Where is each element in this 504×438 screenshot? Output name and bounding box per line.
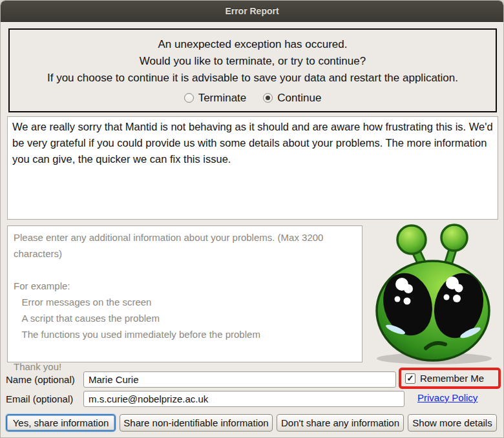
sad-alien-mascot-image [368, 219, 501, 366]
radio-continue-icon[interactable] [263, 93, 273, 103]
remember-me-highlight[interactable]: ✓ Remember Me [399, 368, 501, 389]
dialog-button-row: Yes, share information Share non-identif… [6, 414, 499, 432]
name-field-label: Name (optional) [6, 371, 75, 388]
window-titlebar[interactable]: Error Report [1, 1, 503, 22]
mascot-antenna-right [441, 225, 467, 251]
name-input[interactable] [83, 371, 396, 388]
exception-line-3: If you choose to continue it is advisabl… [47, 70, 458, 87]
radio-terminate[interactable]: Terminate [184, 90, 247, 107]
radio-terminate-icon[interactable] [184, 93, 194, 103]
radio-continue[interactable]: Continue [263, 90, 321, 107]
additional-info-textarea[interactable]: Please enter any additional information … [7, 225, 362, 362]
apology-message-text[interactable]: We are really sorry that Mantid is not b… [7, 116, 498, 220]
share-non-identifiable-button[interactable]: Share non-identifiable information [120, 414, 273, 432]
mascot-antenna-left [397, 225, 426, 254]
radio-continue-label: Continue [277, 90, 321, 107]
error-report-dialog: Error Report An unexpected exception has… [0, 0, 504, 438]
show-more-details-button[interactable]: Show more details [408, 414, 497, 432]
radio-terminate-label: Terminate [198, 90, 247, 107]
terminate-continue-radio-group: Terminate Continue [184, 90, 322, 107]
window-title: Error Report [225, 6, 278, 16]
email-field-label: Email (optional) [6, 391, 73, 407]
privacy-policy-link[interactable]: Privacy Policy [417, 392, 478, 403]
remember-me-checkbox[interactable]: ✓ [405, 373, 415, 384]
remember-me-label: Remember Me [420, 373, 484, 384]
exception-line-1: An unexpected exception has occured. [158, 36, 348, 53]
exception-line-2: Would you like to terminate, or try to c… [140, 53, 366, 70]
dont-share-information-button[interactable]: Don't share any information [277, 414, 404, 432]
exception-message-box: An unexpected exception has occured. Wou… [8, 28, 497, 112]
email-input[interactable] [83, 391, 404, 407]
yes-share-information-button[interactable]: Yes, share information [6, 414, 116, 432]
checkmark-icon: ✓ [407, 374, 414, 382]
